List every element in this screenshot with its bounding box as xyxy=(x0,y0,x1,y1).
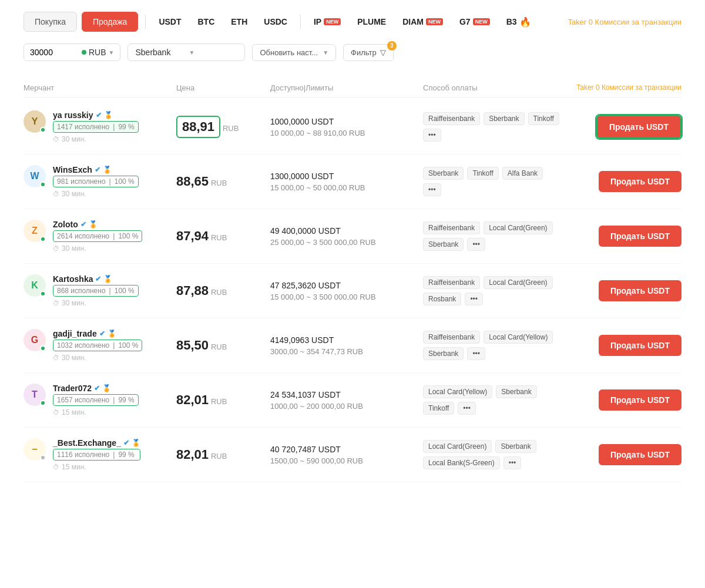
price-value: 88,91 xyxy=(176,116,220,138)
sell-button-2[interactable]: Продать USDT xyxy=(599,171,682,192)
amount-input[interactable] xyxy=(30,48,77,57)
completion-rate: 99 % xyxy=(118,396,134,404)
time-info: ⏱ 30 мин. xyxy=(53,135,139,143)
merchant-details: ya russkiy ✔ 🏅 1417 исполнено | 99 % ⏱ 3… xyxy=(53,110,139,143)
medal-icon: 🏅 xyxy=(108,330,116,338)
completion-rate: 100 % xyxy=(115,287,135,295)
available-amount: 1000,0000 USDT xyxy=(270,117,423,126)
price-value: 87,88 xyxy=(176,283,209,298)
coin-b3[interactable]: B3 🔥 xyxy=(501,13,537,31)
merchant-details: WinsExch ✔ 🏅 981 исполнено | 100 % ⏱ 30 … xyxy=(53,165,139,198)
sell-button-5[interactable]: Продать USDT xyxy=(599,335,682,356)
coin-usdc[interactable]: USDC xyxy=(258,14,293,30)
filter-button[interactable]: Фильтр ▽ 3 xyxy=(343,44,394,61)
medal-icon: 🏅 xyxy=(132,439,140,447)
payment-more[interactable]: ••• xyxy=(423,129,441,142)
support-link[interactable]: Taker 0 Комиссии за транзакции xyxy=(568,18,682,26)
online-indicator xyxy=(40,455,46,461)
action-cell: Продать USDT xyxy=(564,280,682,301)
price-cell: 82,01 RUB xyxy=(176,447,270,462)
table-row: Y ya russkiy ✔ 🏅 1417 исполнено | 99 % ⏱… xyxy=(24,100,682,154)
merchant-name: Zoloto ✔ 🏅 xyxy=(53,220,142,229)
sell-button-3[interactable]: Продать USDT xyxy=(599,226,682,247)
amount-input-wrap[interactable]: RUB ▼ xyxy=(24,43,120,61)
available-amount: 40 720,7487 USDT xyxy=(270,445,423,454)
stat-divider: | xyxy=(109,177,111,186)
time-info: ⏱ 30 мин. xyxy=(53,354,142,362)
coin-usdt[interactable]: USDT xyxy=(153,14,187,30)
stat-divider: | xyxy=(113,341,115,350)
time-label: 30 мин. xyxy=(62,135,86,143)
payment-more[interactable]: ••• xyxy=(465,293,483,305)
merchant-stats: 1116 исполнено | 99 % xyxy=(53,449,140,461)
new-badge-g7: NEW xyxy=(473,18,490,25)
completed-count: 981 исполнено xyxy=(57,177,106,186)
sell-button[interactable]: Продажа xyxy=(82,12,138,32)
completed-count: 1032 исполнено xyxy=(57,341,109,350)
sell-button-7[interactable]: Продать USDT xyxy=(599,444,682,465)
buy-button[interactable]: Покупка xyxy=(24,12,77,32)
clock-icon: ⏱ xyxy=(53,136,59,143)
payment-tag: Rosbank xyxy=(423,293,461,305)
avatar: Z xyxy=(24,220,46,242)
clock-icon: ⏱ xyxy=(53,409,59,416)
limits-range: 15 000,00 ~ 3 500 000,00 RUB xyxy=(270,293,423,301)
clock-icon: ⏱ xyxy=(53,463,59,471)
completion-rate: 99 % xyxy=(118,123,134,131)
coin-btc[interactable]: BTC xyxy=(192,14,221,30)
online-indicator xyxy=(40,291,46,297)
price-currency: RUB xyxy=(211,397,227,406)
coin-ip[interactable]: IP NEW xyxy=(308,14,347,30)
sell-button-4[interactable]: Продать USDT xyxy=(599,280,682,301)
nav-divider xyxy=(145,15,146,29)
price-currency: RUB xyxy=(223,124,239,133)
online-indicator xyxy=(40,127,46,133)
coin-eth[interactable]: ETH xyxy=(225,14,253,30)
limits-cell: 49 400,0000 USDT 25 000,00 ~ 3 500 000,0… xyxy=(270,226,423,247)
stat-divider: | xyxy=(109,287,111,295)
completed-count: 1417 исполнено xyxy=(57,123,109,131)
completion-rate: 100 % xyxy=(118,341,138,350)
payment-more[interactable]: ••• xyxy=(467,347,485,360)
nav-divider-2 xyxy=(300,15,301,29)
filter-row: RUB ▼ Sberbank ▼ Обновить наст... ▼ Филь… xyxy=(24,43,682,61)
coin-g7[interactable]: G7 NEW xyxy=(454,14,496,30)
table-header: Мерчант Цена Доступно|Лимиты Способ опла… xyxy=(24,79,682,98)
merchant-info: W WinsExch ✔ 🏅 981 исполнено | 100 % ⏱ 3… xyxy=(24,165,176,198)
completion-rate: 99 % xyxy=(118,451,134,459)
merchant-details: Trader072 ✔ 🏅 1657 исполнено | 99 % ⏱ 15… xyxy=(53,384,139,416)
merchant-info: Y ya russkiy ✔ 🏅 1417 исполнено | 99 % ⏱… xyxy=(24,110,176,143)
payment-more[interactable]: ••• xyxy=(458,402,476,415)
payment-more[interactable]: ••• xyxy=(423,183,441,196)
time-info: ⏱ 30 мин. xyxy=(53,244,142,253)
update-chevron-icon: ▼ xyxy=(323,49,328,56)
avatar: − xyxy=(24,438,46,461)
table-row: W WinsExch ✔ 🏅 981 исполнено | 100 % ⏱ 3… xyxy=(24,154,682,209)
coin-diam[interactable]: DIAM NEW xyxy=(397,14,449,30)
sell-button-1[interactable]: Продать USDT xyxy=(596,115,682,139)
available-amount: 1300,0000 USDT xyxy=(270,172,423,181)
payment-tag: Local Card(Yellow) xyxy=(484,331,553,344)
price-currency: RUB xyxy=(211,233,227,242)
merchant-info: − _Best.Exchange_ ✔ 🏅 1116 исполнено | 9… xyxy=(24,438,176,471)
avatar: T xyxy=(24,384,46,406)
update-button[interactable]: Обновить наст... ▼ xyxy=(252,44,336,61)
coin-plume[interactable]: PLUME xyxy=(351,14,392,30)
limits-range: 3000,00 ~ 354 747,73 RUB xyxy=(270,347,423,356)
payment-cell: Raiffeisenbank Local Card(Green) Rosbank… xyxy=(423,276,564,305)
merchant-name: gadji_trade ✔ 🏅 xyxy=(53,329,142,338)
merchant-details: Zoloto ✔ 🏅 2614 исполнено | 100 % ⏱ 30 м… xyxy=(53,220,142,253)
sell-button-6[interactable]: Продать USDT xyxy=(599,389,682,411)
currency-dot xyxy=(82,50,86,55)
payment-tag: Sberbank xyxy=(495,440,536,453)
payment-tag: Tinkoff xyxy=(528,112,559,125)
completed-count: 1657 исполнено xyxy=(57,396,109,404)
price-currency: RUB xyxy=(211,179,227,187)
avatar: G xyxy=(24,329,46,351)
bank-select[interactable]: Sberbank ▼ xyxy=(127,43,245,61)
merchant-name: ya russkiy ✔ 🏅 xyxy=(53,110,139,120)
payment-cell: Raiffeisenbank Sberbank Tinkoff ••• xyxy=(423,112,564,142)
payment-more[interactable]: ••• xyxy=(467,238,485,251)
payment-more[interactable]: ••• xyxy=(503,456,522,469)
table-row: G gadji_trade ✔ 🏅 1032 исполнено | 100 %… xyxy=(24,318,682,373)
